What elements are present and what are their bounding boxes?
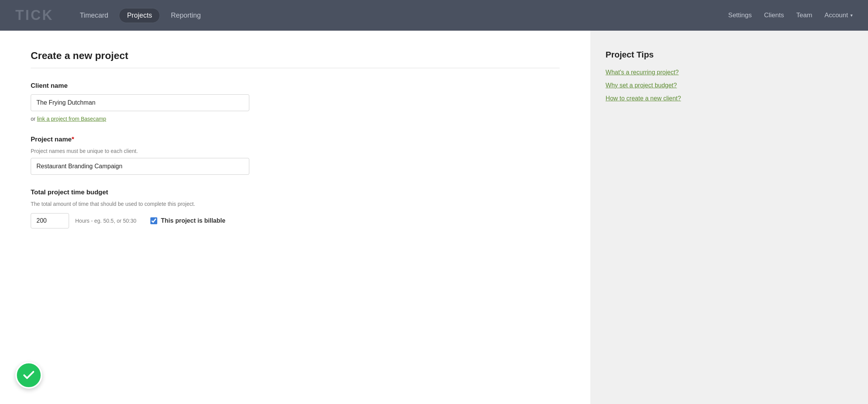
budget-sublabel: The total amount of time that should be …	[31, 201, 560, 207]
page-title: Create a new project	[31, 50, 560, 62]
billable-label: This project is billable	[161, 217, 226, 224]
budget-input[interactable]	[31, 213, 69, 228]
budget-label: Total project time budget	[31, 189, 560, 196]
billable-checkbox[interactable]	[150, 217, 157, 224]
tips-link-2[interactable]: How to create a new client?	[606, 95, 853, 102]
nav-account[interactable]: Account ▾	[825, 11, 853, 19]
navbar: TICK Timecard Projects Reporting Setting…	[0, 0, 868, 31]
nav-settings[interactable]: Settings	[728, 11, 752, 19]
billable-row: This project is billable	[150, 217, 226, 224]
nav-clients[interactable]: Clients	[764, 11, 784, 19]
tips-link-0[interactable]: What's a recurring project?	[606, 69, 853, 76]
basecamp-link-row: or link a project from Basecamp	[31, 116, 560, 122]
client-name-input[interactable]	[31, 94, 249, 111]
check-icon	[22, 368, 36, 382]
title-divider	[31, 68, 560, 68]
chevron-down-icon: ▾	[850, 13, 853, 18]
app-logo: TICK	[15, 7, 54, 23]
client-name-section: Client name or link a project from Basec…	[31, 82, 560, 122]
required-marker: *	[72, 136, 74, 143]
project-name-section: Project name* Project names must be uniq…	[31, 136, 560, 175]
main-wrapper: Create a new project Client name or link…	[0, 31, 868, 404]
check-overlay[interactable]	[15, 362, 42, 389]
tips-link-1[interactable]: Why set a project budget?	[606, 82, 853, 89]
content-card: Create a new project Client name or link…	[0, 31, 590, 404]
project-name-label: Project name*	[31, 136, 560, 143]
tips-sidebar: Project Tips What's a recurring project?…	[590, 31, 868, 404]
nav-timecard[interactable]: Timecard	[72, 8, 116, 23]
project-name-sublabel: Project names must be unique to each cli…	[31, 148, 560, 154]
tips-title: Project Tips	[606, 50, 853, 60]
nav-reporting[interactable]: Reporting	[163, 8, 208, 23]
budget-row: Hours - eg. 50.5, or 50:30 This project …	[31, 213, 560, 228]
client-name-label: Client name	[31, 82, 560, 90]
basecamp-link[interactable]: link a project from Basecamp	[37, 116, 106, 122]
nav-team[interactable]: Team	[796, 11, 812, 19]
budget-section: Total project time budget The total amou…	[31, 189, 560, 228]
budget-hint: Hours - eg. 50.5, or 50:30	[75, 218, 137, 224]
nav-projects[interactable]: Projects	[119, 8, 160, 23]
project-name-input[interactable]	[31, 158, 249, 175]
